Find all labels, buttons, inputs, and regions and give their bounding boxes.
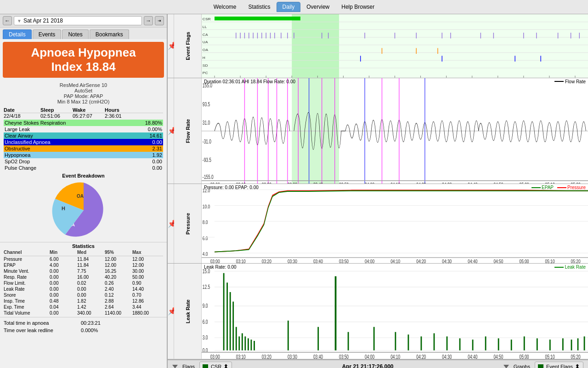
end-button[interactable]: ⇥ [155, 16, 164, 25]
flow-legend: Flow Rate [554, 79, 586, 84]
svg-text:04:00: 04:00 [365, 259, 374, 263]
flags-dropdown-arrow[interactable] [172, 365, 178, 368]
tab-events[interactable]: Events [33, 29, 62, 39]
current-date: Sat Apr 21 2018 [23, 17, 63, 24]
svg-text:05:10: 05:10 [545, 259, 555, 263]
svg-text:04:40: 04:40 [468, 259, 477, 263]
svg-text:05:20: 05:20 [571, 259, 581, 263]
event-ll: Large Leak0.00% [4, 126, 163, 132]
csr-dropdown[interactable]: CSR ⬍ [199, 362, 232, 368]
svg-text:OA: OA [77, 194, 84, 199]
tab-overview[interactable]: Overview [300, 2, 335, 12]
graphs-dropdown-arrow[interactable] [503, 365, 509, 368]
svg-text:04:50: 04:50 [493, 259, 503, 263]
svg-rect-188 [511, 340, 512, 351]
col-hours: Hours [105, 107, 137, 113]
table-row: Flow Limit.0.000.020.260.90 [4, 280, 163, 286]
svg-text:03:40: 03:40 [313, 353, 323, 359]
col-date: Date [4, 107, 40, 113]
svg-text:H: H [203, 56, 205, 59]
pressure-graph: 📌 Pressure Pressure: 0.00 EPAP: 0.00 EPA… [168, 184, 588, 264]
svg-text:03:50: 03:50 [339, 259, 349, 263]
leak-rate-svg: 15.0 12.5 9.0 6.0 3.0 0.0 [202, 264, 588, 359]
svg-text:03:50: 03:50 [339, 182, 349, 184]
svg-text:04:40: 04:40 [468, 182, 477, 184]
svg-text:03:00: 03:00 [210, 259, 220, 263]
svg-rect-173 [254, 341, 255, 351]
event-spo2: SpO2 Drop0.00 [4, 158, 163, 165]
svg-text:CSR: CSR [203, 17, 211, 21]
svg-rect-168 [238, 337, 240, 351]
main-layout: ← ▼ Sat Apr 21 2018 → ⇥ Details Events N… [0, 14, 588, 368]
stats-table: Statistics Channel Min Med 95% Max Press… [0, 242, 167, 317]
svg-text:03:10: 03:10 [236, 353, 246, 359]
event-ua: Unclassified Apnoea0.00 [4, 139, 163, 145]
tab-welcome[interactable]: Welcome [208, 2, 243, 12]
graphs-label: Graphs [514, 364, 530, 368]
svg-text:04:20: 04:20 [416, 259, 426, 263]
svg-text:04:20: 04:20 [416, 182, 426, 184]
svg-text:05:20: 05:20 [571, 353, 581, 359]
svg-text:03:20: 03:20 [262, 259, 271, 263]
event-flags-graph: 📌 Event Flags [168, 14, 588, 78]
svg-text:05:10: 05:10 [545, 182, 555, 184]
svg-text:03:30: 03:30 [288, 182, 297, 184]
tab-help[interactable]: Help Browser [335, 2, 380, 12]
tab-statistics[interactable]: Statistics [243, 2, 277, 12]
event-pulse: Pulse Change0.00 [4, 165, 163, 171]
pressure-svg: 12.0 10.0 8.0 6.0 4.0 [202, 184, 588, 263]
pressure-ylabel: Pressure [185, 213, 191, 235]
total-apnoea: Total time in apnoea 00:23:21 [4, 319, 163, 327]
svg-text:04:10: 04:10 [390, 259, 400, 263]
table-row: Exp. Time0.041.422.643.44 [4, 304, 163, 310]
bottom-bar: Flags CSR ⬍ Apr 21 21:17:26.000 Graphs E… [168, 359, 588, 368]
event-flags-dropdown[interactable]: Event Flags ⬍ [535, 362, 583, 368]
flow-rate-graph: 📌 Flow Rate Duration 02:36:01 AHI 18.84 … [168, 78, 588, 184]
svg-text:93.5: 93.5 [203, 101, 210, 107]
event-csr: Cheyne Stokes Respiration18.80% [4, 120, 163, 126]
svg-rect-190 [537, 339, 538, 351]
col-wake: Wake [73, 107, 105, 113]
svg-text:CA: CA [203, 33, 208, 36]
session-hours: 2:36:01 [105, 113, 137, 119]
svg-rect-191 [549, 340, 551, 351]
svg-text:04:30: 04:30 [442, 182, 452, 184]
svg-text:04:50: 04:50 [493, 353, 503, 359]
back-button[interactable]: ← [3, 16, 12, 25]
svg-rect-20 [215, 17, 300, 20]
tab-daily[interactable]: Daily [277, 2, 301, 12]
svg-text:12.5: 12.5 [203, 284, 210, 290]
svg-text:-155.0: -155.0 [203, 174, 214, 180]
event-hyp: Hypopnoea1.92 [4, 152, 163, 158]
svg-text:03:00: 03:00 [210, 182, 220, 184]
svg-text:04:00: 04:00 [365, 182, 374, 184]
svg-text:9.0: 9.0 [203, 303, 208, 309]
svg-text:UA: UA [203, 40, 208, 44]
tab-details[interactable]: Details [3, 29, 32, 39]
svg-text:03:10: 03:10 [236, 182, 246, 184]
session-sleep: 02:51:06 [40, 113, 73, 119]
svg-rect-164 [226, 283, 228, 351]
table-row: Leak Rate0.000.002.4014.40 [4, 286, 163, 292]
tab-notes[interactable]: Notes [62, 29, 88, 39]
svg-rect-175 [317, 327, 319, 351]
svg-text:03:30: 03:30 [288, 353, 297, 359]
flow-title: Duration 02:36:01 AHI 18.84 Flow Rate: 0… [204, 79, 295, 84]
svg-text:10.0: 10.0 [203, 204, 210, 209]
left-panel: ← ▼ Sat Apr 21 2018 → ⇥ Details Events N… [0, 14, 168, 368]
leak-legend: Leak Rate [554, 264, 586, 270]
svg-text:03:40: 03:40 [313, 259, 323, 263]
tab-bookmarks[interactable]: Bookmarks [90, 29, 129, 39]
svg-text:SD: SD [203, 63, 208, 67]
session-date: 22/4/18 [4, 113, 40, 119]
svg-rect-185 [472, 340, 474, 351]
event-oa: Obstructive2.31 [4, 145, 163, 152]
svg-text:03:30: 03:30 [288, 259, 297, 263]
total-leak: Time over leak redline 0.000% [4, 327, 163, 334]
forward-button[interactable]: → [144, 16, 153, 25]
svg-text:05:00: 05:00 [519, 259, 529, 263]
svg-rect-167 [236, 327, 237, 351]
svg-rect-193 [571, 340, 572, 351]
events-list: Cheyne Stokes Respiration18.80% Large Le… [0, 120, 167, 171]
flags-label: Flags [182, 364, 195, 368]
